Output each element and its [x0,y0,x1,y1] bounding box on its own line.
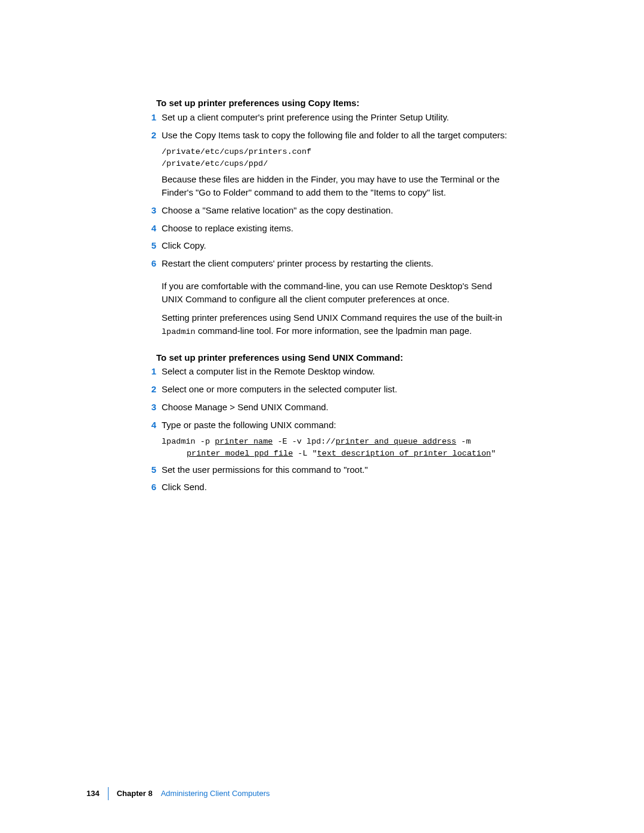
code-line: /private/etc/cups/ppd/ [162,159,268,168]
step2-2: 2 Select one or more computers in the se… [145,383,509,396]
step-number: 2 [145,383,156,396]
step-text: Restart the client computers' printer pr… [162,257,509,270]
cmd-ppd-file: printer_model_ppd_file [187,449,293,458]
step-number: 5 [145,239,156,252]
step-number: 3 [145,204,156,217]
step-text: Select a computer list in the Remote Des… [162,365,509,378]
step-text: Choose to replace existing items. [162,222,509,235]
code-block-cups-paths: /private/etc/cups/printers.conf /private… [162,146,509,169]
step-text: Set the user permissions for this comman… [162,463,509,476]
cmd-printer-name: printer_name [215,437,273,446]
para2-post: command-line tool. For more information,… [196,326,472,336]
step-number: 4 [145,222,156,235]
cmd-e: -m [456,437,475,446]
cmd-i: " [491,449,496,458]
step-number: 2 [145,129,156,142]
step-text: Select one or more computers in the sele… [162,383,509,396]
page: To set up printer preferences using Copy… [0,0,644,833]
cmd-a: lpadmin -p [162,437,215,446]
step-2: 2 Use the Copy Items task to copy the fo… [145,129,509,142]
step-number: 4 [145,419,156,432]
step-text: Set up a client computer's print prefere… [162,111,509,124]
chapter-label: Chapter 8 [117,788,153,800]
step-5: 5 Click Copy. [145,239,509,252]
footer-divider [108,787,109,800]
inline-code-lpadmin: lpadmin [162,327,196,336]
chapter-title: Administering Client Computers [161,788,270,800]
cmd-c: -E -v lpd:// [273,437,335,446]
step-number: 1 [145,365,156,378]
step-text: Type or paste the following UNIX command… [162,419,509,432]
para2-pre: Setting printer preferences using Send U… [162,312,502,323]
step2-1: 1 Select a computer list in the Remote D… [145,365,509,378]
step2-6: 6 Click Send. [145,481,509,494]
step-number: 6 [145,481,156,494]
step2-3: 3 Choose Manage > Send UNIX Command. [145,401,509,414]
cmd-location-desc: text_description_of_printer_location [317,449,491,458]
step-text: Click Copy. [162,239,509,252]
step-3: 3 Choose a "Same relative location" as t… [145,204,509,217]
step-number: 6 [145,257,156,270]
code-block-lpadmin-command: lpadmin -p printer_name -E -v lpd://prin… [162,436,509,459]
step-number: 3 [145,401,156,414]
step-number: 5 [145,463,156,476]
step-6: 6 Restart the client computers' printer … [145,257,509,270]
cmd-printer-address: printer_and_queue_address [336,437,457,446]
step2-4: 4 Type or paste the following UNIX comma… [145,419,509,432]
page-footer: 134 Chapter 8 Administering Client Compu… [86,787,270,800]
step-4: 4 Choose to replace existing items. [145,222,509,235]
section1-heading: To set up printer preferences using Copy… [156,97,509,110]
step-text: Click Send. [162,481,509,494]
step-text: Choose Manage > Send UNIX Command. [162,401,509,414]
step-text: Choose a "Same relative location" as the… [162,204,509,217]
section1-para1: If you are comfortable with the command-… [162,280,509,306]
section1-para2: Setting printer preferences using Send U… [162,311,509,337]
section1-after-code-para: Because these files are hidden in the Fi… [162,173,509,199]
section2-heading: To set up printer preferences using Send… [156,351,509,364]
step-1: 1 Set up a client computer's print prefe… [145,111,509,124]
page-number: 134 [86,788,100,800]
step-number: 1 [145,111,156,124]
step2-5: 5 Set the user permissions for this comm… [145,463,509,476]
content-column: To set up printer preferences using Copy… [145,97,509,498]
step-text: Use the Copy Items task to copy the foll… [162,129,509,142]
code-line: /private/etc/cups/printers.conf [162,147,311,156]
cmd-g: -L " [293,449,317,458]
